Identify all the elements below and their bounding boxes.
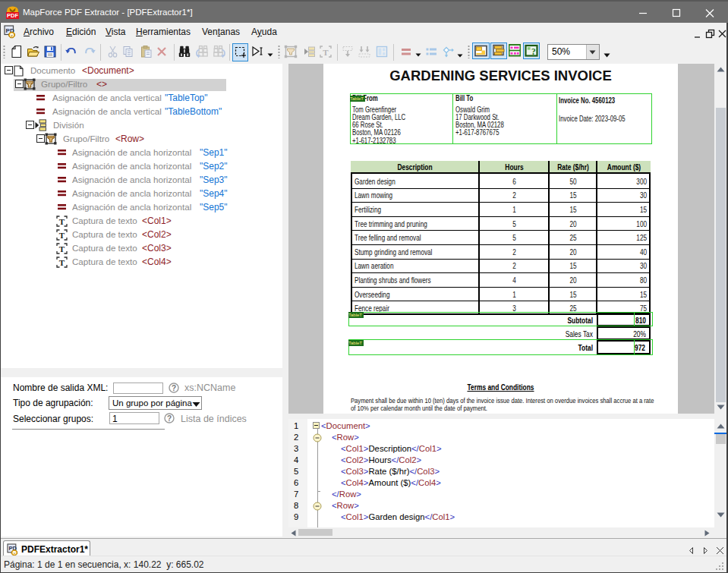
svg-text:T: T [323,48,329,57]
svg-text:?: ? [167,414,172,423]
svg-text:PDF: PDF [7,12,18,19]
svg-text:?: ? [531,47,536,56]
svg-text:?: ? [172,384,176,392]
